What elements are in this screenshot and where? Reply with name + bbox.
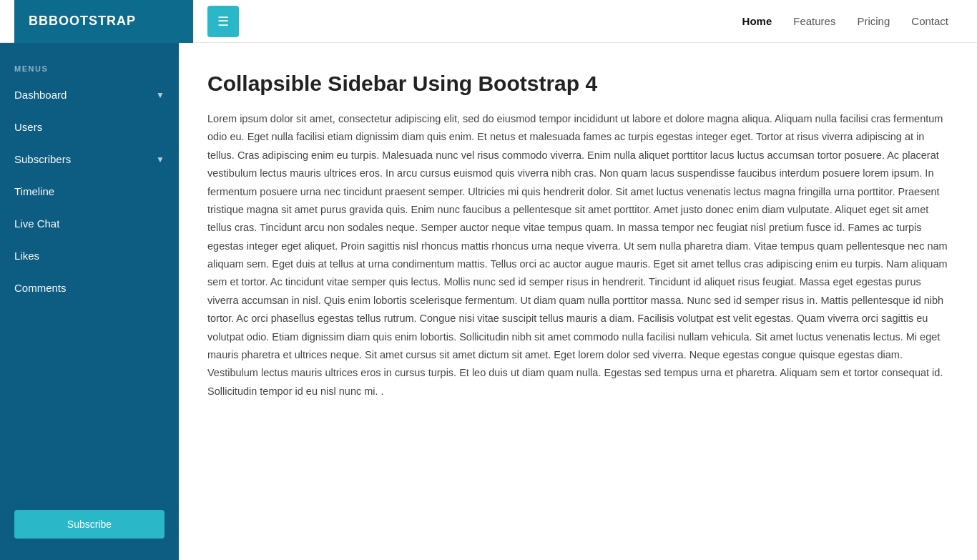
sidebar-arrow-subscribers: ▼	[156, 154, 165, 164]
main-body-text: Lorem ipsum dolor sit amet, consectetur …	[207, 110, 948, 401]
sidebar-item-comments[interactable]: Comments	[0, 272, 179, 304]
navbar: BBBOOTSTRAP ☰ Home Features Pricing Cont…	[0, 0, 977, 43]
nav-link-features[interactable]: Features	[793, 15, 835, 27]
sidebar-label-dashboard: Dashboard	[14, 89, 67, 101]
sidebar-arrow-dashboard: ▼	[156, 90, 165, 100]
nav-item-home[interactable]: Home	[742, 15, 772, 28]
nav-link-home[interactable]: Home	[742, 15, 772, 27]
sidebar-toggle-button[interactable]: ☰	[207, 6, 239, 37]
nav-link-pricing[interactable]: Pricing	[857, 15, 890, 27]
sidebar-item-dashboard[interactable]: Dashboard ▼	[0, 79, 179, 111]
nav-link-contact[interactable]: Contact	[911, 15, 948, 27]
nav-links: Home Features Pricing Contact	[742, 15, 963, 28]
sidebar-label-users: Users	[14, 121, 42, 133]
nav-item-pricing[interactable]: Pricing	[857, 15, 890, 28]
nav-item-features[interactable]: Features	[793, 15, 835, 28]
brand-logo: BBBOOTSTRAP	[14, 0, 193, 43]
sidebar-item-subscribers[interactable]: Subscribers ▼	[0, 143, 179, 175]
sidebar-label-livechat: Live Chat	[14, 217, 59, 230]
sidebar: MENUS Dashboard ▼ Users Subscribers ▼ Ti…	[0, 43, 179, 560]
sidebar-label-comments: Comments	[14, 282, 67, 294]
sidebar-item-users[interactable]: Users	[0, 111, 179, 143]
sidebar-item-livechat[interactable]: Live Chat	[0, 207, 179, 240]
layout: MENUS Dashboard ▼ Users Subscribers ▼ Ti…	[0, 43, 977, 560]
sidebar-item-likes[interactable]: Likes	[0, 240, 179, 272]
main-content: Collapsible Sidebar Using Bootstrap 4 Lo…	[179, 43, 977, 560]
sidebar-label-subscribers: Subscribers	[14, 153, 71, 165]
sidebar-label-likes: Likes	[14, 250, 39, 262]
sidebar-menus-label: MENUS	[0, 57, 179, 79]
nav-item-contact[interactable]: Contact	[911, 15, 948, 28]
sidebar-label-timeline: Timeline	[14, 185, 54, 197]
hamburger-icon: ☰	[217, 14, 229, 29]
subscribe-button[interactable]: Subscribe	[14, 510, 165, 539]
page-title: Collapsible Sidebar Using Bootstrap 4	[207, 72, 948, 96]
sidebar-item-timeline[interactable]: Timeline	[0, 175, 179, 207]
